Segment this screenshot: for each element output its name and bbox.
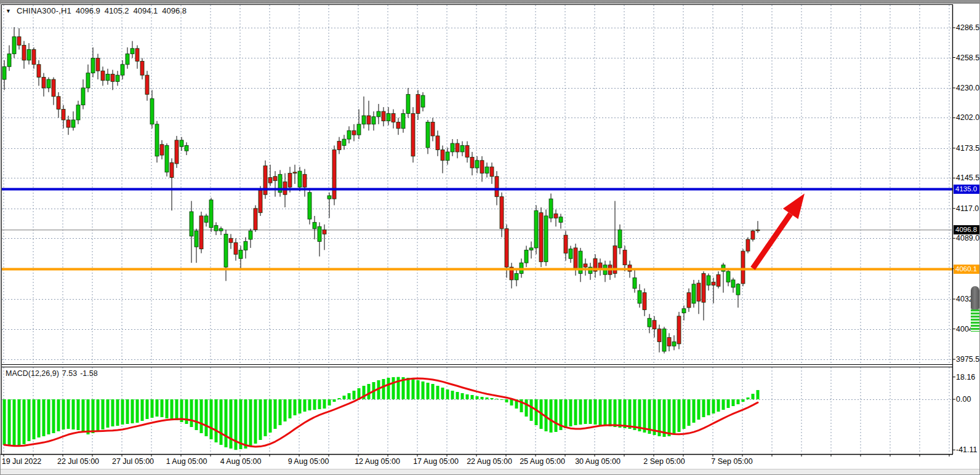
macd-histogram-bar — [594, 399, 597, 425]
candle-body-up — [377, 111, 380, 117]
candle-body-down — [500, 197, 504, 229]
macd-histogram-bar — [254, 399, 257, 444]
chart-canvas — [1, 1, 980, 475]
candle-body-down — [653, 321, 656, 329]
macd-pane — [1, 367, 953, 454]
candle-body-up — [131, 49, 134, 54]
candle-body-down — [756, 230, 760, 231]
macd-histogram-bar — [38, 399, 41, 437]
time-axis-label: 2 Sep 05:00 — [643, 457, 685, 466]
candle-body-up — [662, 329, 666, 351]
candle-body-down — [160, 145, 164, 155]
candle-body-down — [431, 122, 435, 136]
macd-histogram-bar — [476, 396, 479, 399]
time-axis-label: 27 Jul 05:00 — [112, 457, 154, 466]
candle-body-down — [465, 146, 469, 158]
scrollbar-grip[interactable] — [971, 286, 979, 309]
macd-histogram-bar — [446, 389, 449, 399]
candle-body-down — [495, 177, 499, 197]
candle-body-down — [657, 329, 661, 342]
macd-histogram-bar — [106, 399, 110, 428]
candle-body-up — [7, 54, 11, 66]
scrollbar-thumb[interactable] — [971, 286, 979, 332]
macd-histogram-bar — [195, 399, 198, 430]
candle-body-down — [111, 74, 114, 81]
candle-body-down — [352, 130, 356, 135]
macd-histogram-bar — [505, 399, 508, 402]
candle-body-up — [426, 122, 430, 148]
macd-histogram-bar — [471, 395, 474, 399]
candle-body-up — [71, 120, 75, 127]
candle-body-down — [175, 140, 179, 164]
candle-body-down — [539, 213, 543, 262]
macd-histogram-bar — [584, 399, 587, 424]
macd-histogram-bar — [451, 391, 454, 399]
macd-name: MACD(12,26,9) — [6, 369, 59, 378]
candle-body-down — [96, 58, 100, 71]
candle-body-down — [66, 120, 70, 127]
candle-body-up — [327, 196, 331, 199]
candle-body-down — [717, 274, 720, 286]
macd-histogram-bar — [683, 399, 686, 429]
macd-histogram-bar — [274, 399, 277, 429]
macd-histogram-bar — [569, 399, 572, 426]
candle-body-up — [406, 94, 410, 113]
status-bar — [1, 469, 979, 475]
macd-histogram-bar — [259, 399, 262, 440]
macd-histogram-bar — [614, 399, 617, 427]
symbol-dropdown-icon[interactable]: ▼ — [6, 8, 11, 14]
macd-indicator-label: MACD(12,26,9) 7.53 -1.58 — [6, 369, 98, 378]
candle-body-up — [209, 200, 213, 228]
macd-histogram-bar — [289, 399, 292, 418]
macd-histogram-bar — [239, 399, 243, 449]
candle-body-down — [323, 230, 326, 234]
macd-histogram-bar — [18, 399, 21, 446]
time-axis-label: 22 Jul 05:00 — [57, 457, 99, 466]
macd-histogram-bar — [673, 399, 676, 434]
candle-body-down — [470, 158, 474, 168]
macd-histogram-bar — [742, 399, 745, 402]
macd-histogram-bar — [466, 394, 469, 399]
macd-histogram-bar — [3, 399, 6, 445]
candle-body-up — [672, 341, 676, 346]
candle-body-up — [195, 231, 198, 247]
macd-histogram-bar — [210, 399, 213, 439]
macd-histogram-bar — [461, 393, 464, 399]
candle-body-up — [682, 309, 686, 313]
macd-histogram-bar — [303, 399, 307, 412]
candle-body-up — [165, 146, 169, 172]
candle-body-down — [37, 65, 41, 78]
candle-body-down — [751, 231, 755, 239]
candle-body-down — [145, 75, 149, 94]
macd-histogram-bar — [624, 399, 627, 428]
price-axis-label: 4145.5 — [956, 174, 979, 182]
macd-histogram-bar — [702, 399, 705, 417]
candle-body-up — [421, 95, 425, 107]
macd-histogram-bar — [678, 399, 681, 432]
candle-body-up — [86, 73, 90, 88]
macd-histogram-bar — [732, 399, 735, 406]
macd-histogram-bar — [323, 399, 326, 409]
candle-body-down — [677, 316, 681, 344]
candle-body-down — [273, 177, 277, 181]
candle-body-down — [259, 190, 262, 212]
macd-histogram-bar — [175, 399, 179, 420]
candle-body-down — [667, 337, 671, 346]
candle-body-up — [534, 210, 538, 248]
macd-histogram-bar — [427, 383, 430, 399]
macd-histogram-bar — [693, 399, 696, 423]
macd-histogram-bar — [23, 399, 26, 444]
macd-histogram-bar — [564, 399, 568, 428]
macd-histogram-bar — [62, 399, 65, 429]
macd-histogram-bar — [33, 399, 36, 439]
macd-histogram-bar — [244, 399, 247, 449]
time-axis-label: 22 Aug 05:00 — [467, 457, 512, 466]
candle-body-down — [411, 114, 415, 156]
price-badge-last-price: 4096.8 — [954, 225, 980, 234]
macd-histogram-bar — [126, 399, 129, 424]
candle-body-down — [293, 172, 297, 174]
candle-body-down — [268, 178, 272, 183]
ohlc-low: 4094.1 — [134, 6, 158, 15]
macd-histogram-bar — [87, 399, 90, 434]
macd-histogram-bar — [116, 399, 119, 426]
